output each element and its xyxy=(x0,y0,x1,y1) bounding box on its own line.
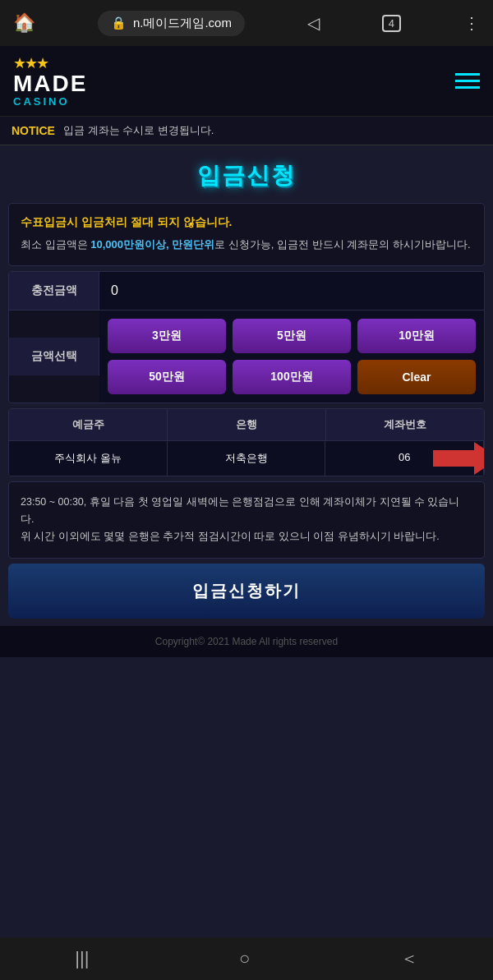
account-bank: 저축은행 xyxy=(168,441,326,476)
amount-10man-button[interactable]: 10만원 xyxy=(357,319,476,353)
nav-bar: ||| ○ ＜ xyxy=(0,937,493,980)
info-line1: 수표입금시 입금처리 절대 되지 않습니다. xyxy=(21,215,472,230)
notice-line1: 23:50 ~ 00:30, 휴일 다음 첫 영업일 새벽에는 은행점검으로 인… xyxy=(21,494,472,529)
hamburger-line-2 xyxy=(455,80,480,82)
info-line2: 최소 입금액은 10,000만원이상, 만원단위로 신청가능, 입금전 반드시 … xyxy=(21,237,472,254)
logo-block: ★★★ MADE CASINO xyxy=(13,54,87,108)
logo-area: ★★★ MADE CASINO xyxy=(13,54,87,108)
notice-bar: NOTICE 입금 계좌는 수시로 변경됩니다. xyxy=(0,117,493,145)
account-section: 예금주 은행 계좌번호 주식회사 올뉴 저축은행 06 xyxy=(8,408,485,476)
account-header-bank: 은행 xyxy=(168,409,326,440)
logo-made: MADE xyxy=(13,71,87,96)
info-box: 수표입금시 입금처리 절대 되지 않습니다. 최소 입금액은 10,000만원이… xyxy=(8,203,485,266)
nav-menu-button[interactable]: ||| xyxy=(75,948,89,969)
amount-row: 금액선택 3만원 5만원 10만원 50만원 100만원 Clear xyxy=(9,311,484,403)
account-name: 주식회사 올뉴 xyxy=(9,441,168,476)
nav-home-button[interactable]: ○ xyxy=(239,948,250,969)
account-row: 주식회사 올뉴 저축은행 06 xyxy=(9,441,484,476)
charge-label: 충전금액 xyxy=(9,272,99,310)
clear-button[interactable]: Clear xyxy=(357,360,476,394)
logo-casino: CASINO xyxy=(13,95,87,108)
address-bar[interactable]: 🔒 n.메이드게임.com xyxy=(98,11,245,36)
info-prefix: 최소 입금액은 xyxy=(21,238,90,251)
site-footer: Copyright© 2021 Made All rights reserved xyxy=(0,625,493,657)
amount-50man-button[interactable]: 50만원 xyxy=(108,360,226,394)
more-button[interactable]: ⋮ xyxy=(463,13,480,33)
info-suffix: 로 신청가능, 입금전 반드시 계좌문의 하시기바랍니다. xyxy=(214,238,470,251)
page-title-bar: 입금신청 xyxy=(0,145,493,203)
lock-icon: 🔒 xyxy=(111,16,127,30)
notice-content-box: 23:50 ~ 00:30, 휴일 다음 첫 영업일 새벽에는 은행점검으로 인… xyxy=(8,481,485,559)
site-wrapper: ★★★ MADE CASINO NOTICE 입금 계좌는 수시로 변경됩니다.… xyxy=(0,46,493,937)
charge-row: 충전금액 0 xyxy=(9,272,484,311)
browser-home-button[interactable]: 🏠 xyxy=(13,12,35,34)
page-title: 입금신청 xyxy=(0,160,493,191)
submit-button[interactable]: 입금신청하기 xyxy=(8,564,485,619)
notice-label: NOTICE xyxy=(12,124,55,137)
form-section: 충전금액 0 금액선택 3만원 5만원 10만원 50만원 100만원 Clea… xyxy=(8,271,485,403)
amount-label: 금액선택 xyxy=(9,338,99,375)
share-button[interactable]: ◁ xyxy=(307,13,320,33)
amount-buttons: 3만원 5만원 10만원 50만원 100만원 Clear xyxy=(99,311,484,403)
amount-5man-button[interactable]: 5만원 xyxy=(233,319,351,353)
hamburger-menu-button[interactable] xyxy=(455,73,480,89)
amount-3man-button[interactable]: 3만원 xyxy=(108,319,226,353)
logo-stars: ★★★ xyxy=(13,54,87,72)
copyright-text: Copyright© 2021 Made All rights reserved xyxy=(155,636,338,647)
svg-marker-0 xyxy=(433,442,485,475)
logo-text-block: MADE xyxy=(13,72,87,95)
browser-bar: 🏠 🔒 n.메이드게임.com ◁ 4 ⋮ xyxy=(0,0,493,46)
red-arrow-icon xyxy=(433,442,485,475)
notice-text: 입금 계좌는 수시로 변경됩니다. xyxy=(63,123,214,138)
account-header: 예금주 은행 계좌번호 xyxy=(9,409,484,441)
account-header-name: 예금주 xyxy=(9,409,168,440)
url-text: n.메이드게임.com xyxy=(133,16,232,31)
submit-section: 입금신청하기 xyxy=(8,564,485,619)
hamburger-line-3 xyxy=(455,86,480,89)
site-header: ★★★ MADE CASINO xyxy=(0,46,493,117)
amount-100man-button[interactable]: 100만원 xyxy=(233,360,351,394)
info-highlight: 10,000만원이상, 만원단위 xyxy=(90,238,214,251)
account-header-number: 계좌번호 xyxy=(326,409,484,440)
notice-line2: 위 시간 이외에도 몇몇 은행은 추가적 점검시간이 따로 있으니 이점 유념하… xyxy=(21,528,472,545)
nav-back-button[interactable]: ＜ xyxy=(400,946,418,971)
tab-count[interactable]: 4 xyxy=(382,15,401,32)
charge-value[interactable]: 0 xyxy=(99,272,484,310)
hamburger-line-1 xyxy=(455,73,480,76)
